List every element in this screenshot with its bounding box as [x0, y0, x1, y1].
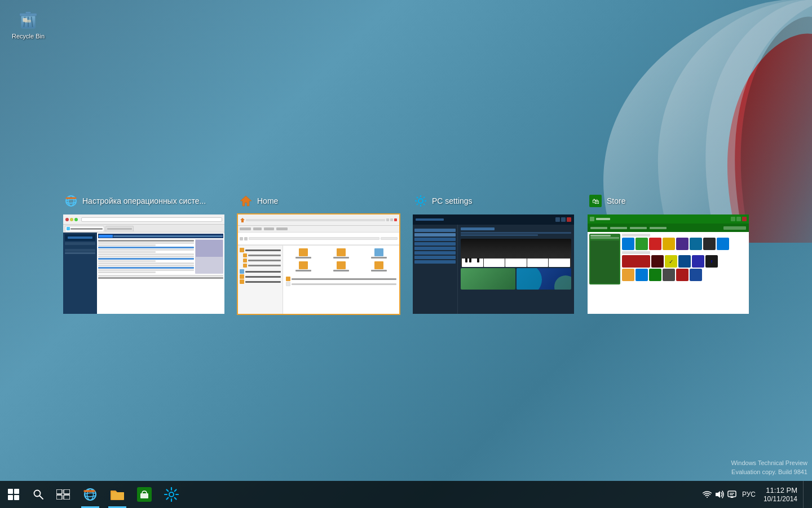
- show-desktop-button[interactable]: [803, 481, 807, 508]
- browser-bar: [63, 214, 224, 225]
- task-item-home[interactable]: Home: [237, 193, 400, 315]
- recycle-bin-icon[interactable]: Recycle Bin: [6, 6, 51, 42]
- clock-area[interactable]: 11:12 PM 10/11/2014: [760, 486, 801, 503]
- windows-logo-icon: [8, 489, 19, 500]
- tray-icons-area: [701, 489, 738, 500]
- task-header-store: 🛍 Store: [586, 193, 628, 209]
- search-icon: [33, 489, 43, 500]
- taskview-icon: [56, 489, 70, 500]
- home-icon: [239, 194, 253, 208]
- svg-rect-23: [112, 492, 124, 500]
- browser-sidebar: [63, 233, 97, 314]
- clock-date: 10/11/2014: [764, 495, 797, 503]
- svg-rect-2: [25, 12, 31, 14]
- taskbar-search-button[interactable]: [27, 481, 50, 508]
- explorer-preview-content: [238, 214, 399, 314]
- store-nav: [588, 224, 749, 232]
- start-button[interactable]: [0, 481, 27, 508]
- action-center-icon[interactable]: [726, 489, 738, 500]
- taskbar-app-explorer[interactable]: [104, 481, 131, 508]
- svg-rect-24: [140, 493, 148, 498]
- explorer-body: [238, 246, 399, 314]
- task-preview-store[interactable]: ✓ f: [586, 213, 750, 315]
- store-icon: 🛍: [589, 194, 602, 208]
- task-header-settings: PC settings: [412, 193, 475, 209]
- explorer-titlebar: [238, 214, 399, 226]
- svg-point-12: [418, 199, 423, 203]
- svg-rect-20: [64, 495, 70, 500]
- browser-preview-content: [63, 214, 224, 314]
- svg-line-16: [40, 496, 43, 500]
- build-line-2: Evaluation copy. Build 9841: [731, 468, 807, 476]
- taskbar-app-taskview[interactable]: [50, 481, 77, 508]
- task-preview-settings[interactable]: [412, 213, 575, 315]
- task-title-store: Store: [607, 196, 625, 205]
- task-preview-ie[interactable]: [62, 213, 226, 315]
- build-line-1: Windows Technical Preview: [731, 459, 807, 467]
- task-preview-home[interactable]: [237, 213, 400, 315]
- explorer-files: [283, 246, 399, 314]
- pc-settings-icon: [414, 194, 427, 208]
- svg-point-15: [34, 491, 41, 497]
- task-switcher: Настройка операционных систе...: [62, 193, 750, 315]
- explorer-ribbon: [238, 226, 399, 246]
- browser-main-content: [97, 233, 224, 314]
- task-item-settings[interactable]: PC settings: [412, 193, 575, 315]
- volume-icon[interactable]: [714, 489, 725, 500]
- recycle-bin-image: [17, 8, 39, 30]
- svg-line-32: [167, 498, 169, 500]
- svg-marker-10: [240, 196, 251, 206]
- taskbar-app-settings[interactable]: [158, 481, 185, 508]
- task-title-settings: PC settings: [432, 196, 473, 205]
- ie-icon: [64, 194, 78, 208]
- task-title-home: Home: [257, 196, 278, 205]
- store-content: ✓ f: [588, 232, 749, 314]
- network-icon[interactable]: [701, 489, 713, 500]
- svg-rect-35: [728, 491, 736, 497]
- store-preview-content: ✓ f: [588, 214, 749, 314]
- clock-time: 11:12 PM: [766, 486, 797, 495]
- task-item-ie[interactable]: Настройка операционных систе...: [62, 193, 226, 315]
- svg-text:🛍: 🛍: [592, 197, 599, 205]
- svg-rect-17: [56, 489, 62, 494]
- svg-line-31: [175, 498, 176, 500]
- task-title-ie: Настройка операционных систе...: [82, 196, 206, 205]
- task-header-ie: Настройка операционных систе...: [62, 193, 208, 209]
- system-tray: РУС 11:12 PM 10/11/2014: [697, 481, 812, 508]
- task-header-home: Home: [237, 193, 280, 209]
- taskbar-app-store[interactable]: [131, 481, 158, 508]
- task-item-store[interactable]: 🛍 Store: [586, 193, 750, 315]
- store-taskbar-icon: [137, 487, 152, 502]
- settings-sidebar: [413, 225, 458, 314]
- settings-taskbar-icon: [164, 487, 179, 502]
- svg-rect-18: [64, 489, 70, 494]
- build-info: Windows Technical Preview Evaluation cop…: [731, 459, 807, 476]
- ie-taskbar-icon: [83, 487, 98, 502]
- taskbar: РУС 11:12 PM 10/11/2014: [0, 481, 812, 508]
- language-text: РУС: [742, 491, 756, 498]
- language-indicator[interactable]: РУС: [740, 489, 758, 500]
- recycle-bin-label: Recycle Bin: [12, 33, 45, 40]
- desktop: Recycle Bin Настройка операционных систе…: [0, 0, 812, 508]
- settings-preview-content: [413, 214, 574, 314]
- settings-main-area: [458, 225, 574, 314]
- browser-content: [63, 233, 224, 314]
- svg-marker-11: [240, 218, 245, 222]
- svg-point-25: [169, 492, 174, 497]
- svg-line-33: [175, 490, 176, 492]
- folder-taskbar-icon: [110, 488, 125, 501]
- svg-line-30: [167, 490, 169, 492]
- explorer-nav: [238, 246, 283, 314]
- taskbar-app-ie[interactable]: [77, 481, 104, 508]
- svg-rect-7: [24, 20, 30, 23]
- svg-marker-34: [716, 491, 720, 498]
- svg-rect-19: [56, 495, 62, 500]
